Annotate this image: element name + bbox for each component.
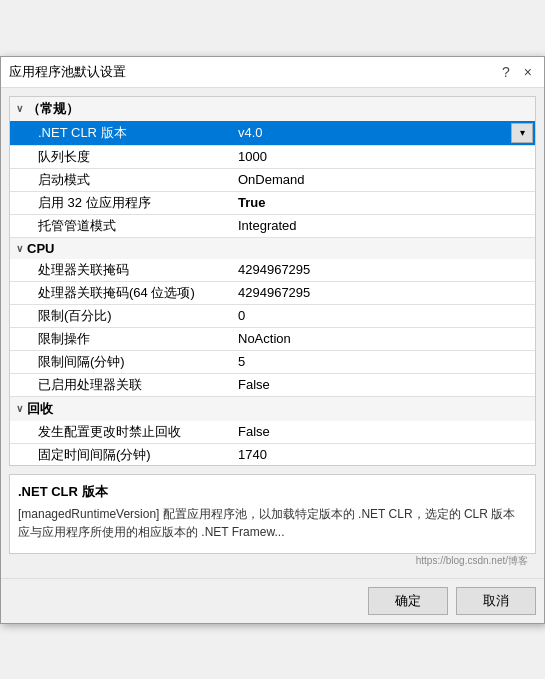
table-row[interactable]: 限制操作NoAction [10,328,535,350]
prop-name: 发生配置更改时禁止回收 [10,423,230,441]
close-button[interactable]: × [520,64,536,80]
prop-value: 1000 [230,149,535,164]
table-row[interactable]: 处理器关联掩码4294967295 [10,259,535,281]
dialog-footer: 确定 取消 [1,578,544,623]
table-row[interactable]: 启动模式OnDemand [10,169,535,191]
prop-value: False [230,377,535,392]
section-label-general: （常规） [27,100,79,118]
chevron-icon-general: ∨ [16,103,23,114]
prop-value: False [230,424,535,439]
desc-title: .NET CLR 版本 [18,483,527,501]
prop-value: 0 [230,308,535,323]
cancel-button[interactable]: 取消 [456,587,536,615]
prop-name: 处理器关联掩码 [10,261,230,279]
table-row[interactable]: .NET CLR 版本v4.0▾ [10,121,535,145]
section-label-cpu: CPU [27,241,54,256]
table-row[interactable]: 限制(百分比)0 [10,305,535,327]
prop-name: 处理器关联掩码(64 位选项) [10,284,230,302]
table-row[interactable]: 队列长度1000 [10,146,535,168]
dialog-window: 应用程序池默认设置 ? × ∨（常规）.NET CLR 版本v4.0▾队列长度1… [0,56,545,624]
prop-value: 4294967295 [230,262,535,277]
description-box: .NET CLR 版本 [managedRuntimeVersion] 配置应用… [9,474,536,554]
title-bar: 应用程序池默认设置 ? × [1,57,544,88]
chevron-icon-recycle: ∨ [16,403,23,414]
help-button[interactable]: ? [498,64,514,80]
ok-button[interactable]: 确定 [368,587,448,615]
chevron-icon-cpu: ∨ [16,243,23,254]
prop-value: Integrated [230,218,535,233]
prop-value: 1740 [230,447,535,462]
section-header-general[interactable]: ∨（常规） [10,97,535,121]
section-label-recycle: 回收 [27,400,53,418]
dialog-title: 应用程序池默认设置 [9,63,126,81]
property-list[interactable]: ∨（常规）.NET CLR 版本v4.0▾队列长度1000启动模式OnDeman… [9,96,536,466]
table-row[interactable]: 托管管道模式Integrated [10,215,535,237]
prop-value: True [230,195,535,210]
table-row[interactable]: 已启用处理器关联False [10,374,535,396]
prop-name: 队列长度 [10,148,230,166]
prop-name: 启用 32 位应用程序 [10,194,230,212]
dropdown-button[interactable]: ▾ [511,123,533,143]
prop-value: 5 [230,354,535,369]
table-row[interactable]: 发生配置更改时禁止回收False [10,421,535,443]
table-row[interactable]: 限制间隔(分钟)5 [10,351,535,373]
prop-name: .NET CLR 版本 [10,124,230,142]
prop-value: NoAction [230,331,535,346]
prop-value: 4294967295 [230,285,535,300]
prop-name: 限制间隔(分钟) [10,353,230,371]
prop-name: 限制(百分比) [10,307,230,325]
section-header-cpu[interactable]: ∨CPU [10,238,535,259]
prop-name: 已启用处理器关联 [10,376,230,394]
prop-value: OnDemand [230,172,535,187]
prop-name: 固定时间间隔(分钟) [10,446,230,464]
dropdown-selected-value: v4.0 [238,125,511,140]
table-row[interactable]: 启用 32 位应用程序True [10,192,535,214]
prop-value: v4.0▾ [230,123,535,143]
watermark: https://blog.csdn.net/博客 [9,554,536,570]
main-content: ∨（常规）.NET CLR 版本v4.0▾队列长度1000启动模式OnDeman… [1,88,544,578]
table-row[interactable]: 固定时间间隔(分钟)1740 [10,444,535,466]
prop-name: 启动模式 [10,171,230,189]
desc-text: [managedRuntimeVersion] 配置应用程序池，以加载特定版本的… [18,505,527,541]
title-controls: ? × [498,64,536,80]
prop-name: 托管管道模式 [10,217,230,235]
prop-name: 限制操作 [10,330,230,348]
section-header-recycle[interactable]: ∨回收 [10,397,535,421]
table-row[interactable]: 处理器关联掩码(64 位选项)4294967295 [10,282,535,304]
